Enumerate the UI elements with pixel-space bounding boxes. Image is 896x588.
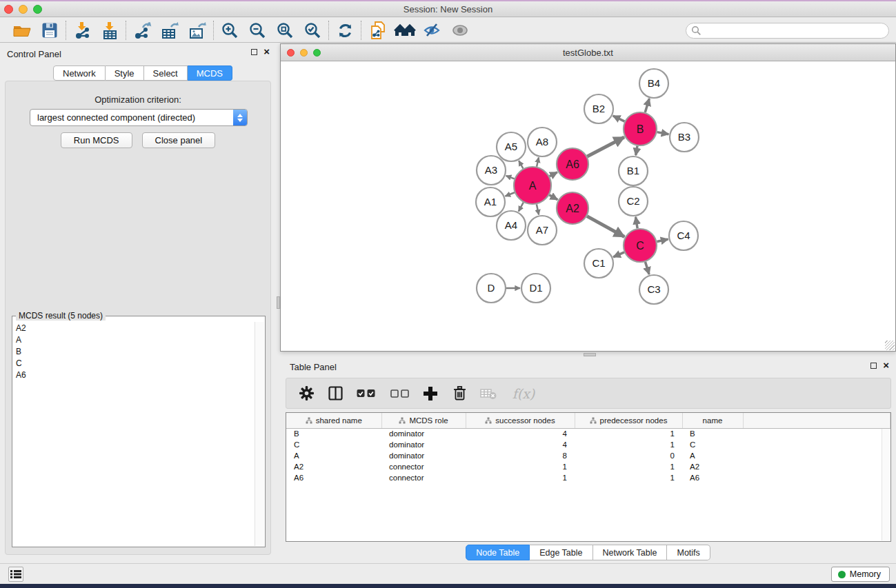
graph-edge-B-B3[interactable]	[657, 132, 669, 134]
cell-predecessor[interactable]: 1	[575, 428, 682, 439]
graph-edge-A-A2[interactable]	[549, 195, 557, 200]
search-input[interactable]	[686, 23, 889, 39]
table-row[interactable]: Adominator80A	[286, 450, 890, 461]
first-neighbors-button[interactable]	[391, 20, 419, 41]
table-row[interactable]: A2connector11A2	[286, 461, 890, 472]
tab-select[interactable]: Select	[144, 65, 188, 81]
open-session-button[interactable]	[8, 20, 36, 41]
graph-edge-C-C1[interactable]	[613, 252, 624, 257]
export-table-button[interactable]	[156, 20, 183, 41]
tab-style[interactable]: Style	[106, 65, 144, 81]
cell-mcds_role[interactable]: dominator	[381, 439, 466, 450]
cell-name[interactable]: A2	[682, 461, 743, 472]
graph-node-A5[interactable]: A5	[497, 132, 526, 161]
graph-edge-C-C4[interactable]	[657, 239, 668, 242]
graph-node-C[interactable]: C	[624, 229, 657, 262]
window-resize-grip[interactable]	[885, 341, 895, 350]
cell-predecessor[interactable]: 1	[575, 461, 682, 472]
graph-node-C2[interactable]: C2	[619, 187, 648, 216]
cell-shared_name[interactable]: C	[286, 439, 381, 450]
refresh-view-button[interactable]	[331, 20, 359, 41]
cell-successor[interactable]: 4	[466, 428, 575, 439]
tab-network[interactable]: Network	[53, 65, 106, 81]
export-network-button[interactable]	[128, 20, 156, 41]
create-column-button[interactable]	[421, 385, 439, 403]
graph-edge-A-A5[interactable]	[519, 161, 523, 168]
cell-shared_name[interactable]: A2	[286, 461, 381, 472]
table-settings-button[interactable]	[297, 385, 315, 403]
zoom-in-button[interactable]	[216, 20, 243, 41]
graph-node-B[interactable]: B	[624, 112, 657, 145]
result-list-item[interactable]: B	[13, 345, 255, 357]
column-header-MCDS-role[interactable]: MCDS role	[381, 413, 466, 428]
result-list-scrollbar[interactable]	[255, 322, 264, 546]
export-image-button[interactable]	[183, 20, 211, 41]
memory-button[interactable]: Memory	[831, 567, 890, 582]
network-window-titlebar[interactable]: testGlobe.txt	[281, 44, 895, 61]
graph-edge-A6-B[interactable]	[587, 137, 624, 156]
tab-edge-table[interactable]: Edge Table	[530, 545, 593, 560]
zoom-selected-button[interactable]	[299, 20, 326, 41]
show-columns-button[interactable]	[326, 385, 344, 403]
graph-node-A4[interactable]: A4	[497, 211, 526, 240]
graph-edge-A-A8[interactable]	[537, 157, 539, 166]
delete-table-button[interactable]	[479, 385, 497, 403]
unselect-all-columns-button[interactable]	[388, 385, 410, 403]
cell-successor[interactable]: 1	[466, 472, 575, 483]
delete-column-button[interactable]	[450, 385, 468, 403]
result-list-item[interactable]: A	[13, 334, 255, 345]
graph-node-B3[interactable]: B3	[670, 123, 699, 152]
cell-mcds_role[interactable]: dominator	[381, 450, 466, 461]
function-builder-button[interactable]: f(x)	[508, 385, 539, 403]
graph-node-B1[interactable]: B1	[619, 156, 648, 185]
save-session-button[interactable]	[36, 20, 63, 41]
cell-successor[interactable]: 4	[466, 439, 575, 450]
vertical-splitter-handle[interactable]	[277, 296, 280, 309]
close-panel-icon[interactable]: ×	[883, 362, 889, 369]
cell-mcds_role[interactable]: connector	[381, 472, 466, 483]
graph-edge-A-A7[interactable]	[537, 204, 539, 214]
float-panel-icon[interactable]	[251, 49, 257, 55]
graph-node-A[interactable]: A	[514, 167, 551, 204]
cell-mcds_role[interactable]: dominator	[381, 428, 466, 439]
column-header-name[interactable]: name	[682, 413, 743, 428]
graph-node-D[interactable]: D	[477, 274, 506, 303]
graph-edge-B-B2[interactable]	[613, 116, 625, 121]
task-history-button[interactable]	[8, 567, 23, 582]
graph-node-A1[interactable]: A1	[476, 187, 505, 216]
table-scrollbar[interactable]	[882, 429, 890, 540]
graph-node-A2[interactable]: A2	[557, 192, 588, 224]
cell-predecessor[interactable]: 1	[575, 439, 682, 450]
select-all-columns-button[interactable]	[355, 385, 377, 403]
cell-name[interactable]: A6	[682, 472, 743, 483]
optimization-criterion-dropdown[interactable]: largest connected component (directed)	[30, 109, 248, 126]
tab-motifs[interactable]: Motifs	[667, 545, 710, 560]
table-row[interactable]: Cdominator41C	[286, 439, 890, 450]
new-network-from-selection-button[interactable]	[364, 20, 391, 41]
zoom-out-button[interactable]	[243, 20, 271, 41]
graph-node-B2[interactable]: B2	[584, 94, 613, 123]
graph-node-A3[interactable]: A3	[477, 156, 506, 185]
import-network-button[interactable]	[68, 20, 96, 41]
column-header-predecessor-nodes[interactable]: predecessor nodes	[575, 413, 682, 428]
cell-shared_name[interactable]: B	[286, 428, 381, 439]
cell-name[interactable]: B	[682, 428, 743, 439]
hide-selected-button[interactable]	[419, 20, 446, 41]
cell-name[interactable]: C	[682, 439, 743, 450]
graph-node-C3[interactable]: C3	[639, 275, 668, 304]
result-list-item[interactable]: A2	[13, 322, 255, 334]
table-row[interactable]: Bdominator41B	[286, 428, 890, 439]
tab-network-table[interactable]: Network Table	[593, 545, 668, 560]
graph-node-B4[interactable]: B4	[639, 69, 668, 98]
graph-edge-A-A1[interactable]	[505, 192, 515, 196]
graph-node-A7[interactable]: A7	[528, 216, 557, 245]
cell-predecessor[interactable]: 0	[575, 450, 682, 461]
import-table-button[interactable]	[96, 20, 123, 41]
close-panel-icon[interactable]: ×	[263, 48, 270, 55]
graph-node-A8[interactable]: A8	[528, 128, 557, 156]
result-list-item[interactable]: C	[13, 357, 255, 369]
show-all-button[interactable]	[446, 20, 474, 41]
horizontal-splitter-handle[interactable]	[584, 353, 596, 356]
graph-edge-A-A6[interactable]	[550, 172, 557, 176]
cell-name[interactable]: A	[682, 450, 743, 461]
